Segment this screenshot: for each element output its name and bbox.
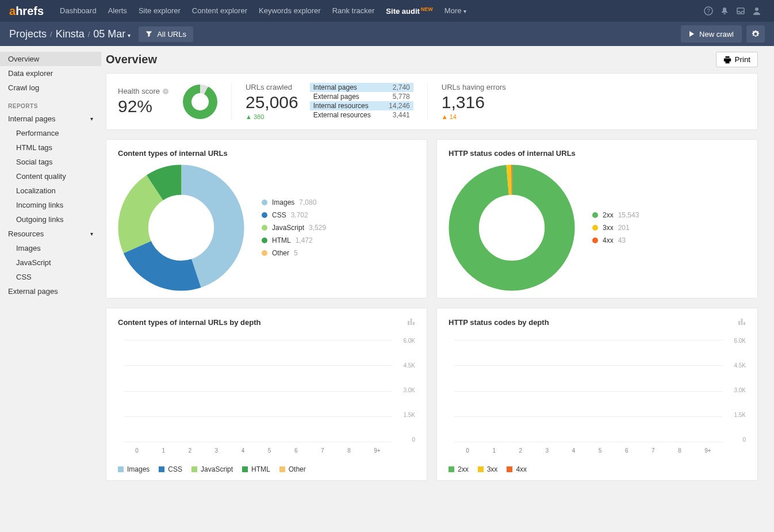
url-filter-button[interactable]: All URLs xyxy=(139,26,193,42)
legend-item[interactable]: 3xx201 xyxy=(592,224,639,232)
legend-item[interactable]: HTML xyxy=(242,465,270,473)
urls-crawled-delta: ▲ 380 xyxy=(246,113,298,120)
urls-crawled-value: 25,006 xyxy=(246,93,298,112)
svg-point-3 xyxy=(755,7,758,11)
health-score-label: Health score ? xyxy=(118,87,169,95)
sidebar-item-javascript[interactable]: JavaScript xyxy=(0,255,101,270)
sidebar-item-external-pages[interactable]: External pages xyxy=(0,284,101,298)
legend-item[interactable]: 2xx xyxy=(449,465,469,473)
legend-item[interactable]: Images xyxy=(118,465,150,473)
errors-value: 1,316 xyxy=(442,93,506,112)
status-codes-depth-chart: 01.5K3.0K4.5K6.0K0123456789+ xyxy=(449,334,746,461)
legend-item[interactable]: CSS xyxy=(159,465,182,473)
breadcrumb[interactable]: Projects xyxy=(9,28,47,40)
nav-item-rank-tracker[interactable]: Rank tracker xyxy=(327,6,381,16)
errors-label: URLs having errors xyxy=(442,83,506,91)
breakdown-row[interactable]: Internal pages2,740 xyxy=(310,83,413,92)
svg-rect-14 xyxy=(408,321,409,325)
svg-point-10 xyxy=(133,180,229,276)
sidebar-item-incoming-links[interactable]: Incoming links xyxy=(0,198,101,212)
nav-item-dashboard[interactable]: Dashboard xyxy=(54,6,102,16)
summary-card: Health score ? 92% URLs crawled 25,006 ▲… xyxy=(106,73,758,130)
svg-rect-17 xyxy=(738,321,740,325)
sidebar-item-internal-pages[interactable]: Internal pages▾ xyxy=(0,112,101,126)
breadcrumb-bar: Projects / Kinsta / 05 Mar▾ All URLs New… xyxy=(0,22,774,46)
nav-item-more[interactable]: More▾ xyxy=(439,6,473,16)
svg-point-13 xyxy=(464,180,560,276)
settings-button[interactable] xyxy=(746,25,765,43)
sidebar-item-html-tags[interactable]: HTML tags xyxy=(0,140,101,155)
sidebar-item-data-explorer[interactable]: Data explorer xyxy=(0,66,101,81)
breakdown-row[interactable]: External pages5,778 xyxy=(310,92,413,101)
health-score-value: 92% xyxy=(118,97,169,116)
info-icon: ? xyxy=(162,88,169,95)
legend-item[interactable]: Other xyxy=(279,465,306,473)
status-codes-panel: HTTP status codes of internal URLs 2xx15… xyxy=(436,139,758,298)
svg-rect-18 xyxy=(741,319,743,325)
breadcrumb[interactable]: Kinsta xyxy=(56,28,85,40)
svg-text:?: ? xyxy=(707,8,710,14)
content-types-depth-panel: Content types of internal URLs by depth … xyxy=(106,308,427,481)
svg-rect-16 xyxy=(413,322,415,325)
logo[interactable]: ahrefs xyxy=(9,5,44,18)
errors-delta: ▲ 14 xyxy=(442,113,506,120)
sidebar-item-crawl-log[interactable]: Crawl log xyxy=(0,81,101,95)
url-breakdown: Internal pages2,740External pages5,778In… xyxy=(310,83,413,120)
svg-rect-19 xyxy=(744,322,745,325)
sidebar: OverviewData explorerCrawl logREPORTSInt… xyxy=(0,46,101,498)
urls-crawled-label: URLs crawled xyxy=(246,83,298,91)
bell-icon[interactable] xyxy=(716,3,733,19)
legend-item[interactable]: Images7,080 xyxy=(262,198,326,206)
help-icon[interactable]: ? xyxy=(700,3,716,19)
sidebar-item-resources[interactable]: Resources▾ xyxy=(0,227,101,241)
svg-rect-15 xyxy=(411,319,412,325)
legend-item[interactable]: Other5 xyxy=(262,249,326,257)
user-icon[interactable] xyxy=(749,3,765,19)
sidebar-item-images[interactable]: Images xyxy=(0,241,101,255)
content-types-donut xyxy=(118,164,244,291)
sidebar-item-css[interactable]: CSS xyxy=(0,270,101,284)
content-types-panel: Content types of internal URLs Images7,0… xyxy=(106,139,427,298)
legend-item[interactable]: 2xx15,543 xyxy=(592,211,639,219)
sidebar-item-social-tags[interactable]: Social tags xyxy=(0,155,101,169)
chart-toggle-icon[interactable] xyxy=(407,317,415,327)
print-button[interactable]: Print xyxy=(716,52,758,67)
new-crawl-button[interactable]: New crawl xyxy=(681,25,742,43)
legend-item[interactable]: CSS3,702 xyxy=(262,211,326,219)
legend-item[interactable]: 4xx43 xyxy=(592,236,639,244)
health-donut xyxy=(183,85,217,119)
sidebar-item-performance[interactable]: Performance xyxy=(0,126,101,140)
navbar: ahrefs DashboardAlertsSite explorerConte… xyxy=(0,0,774,22)
breakdown-row[interactable]: Internal resources14,246 xyxy=(310,101,413,110)
legend-item[interactable]: JavaScript xyxy=(191,465,233,473)
legend-item[interactable]: 3xx xyxy=(478,465,498,473)
inbox-icon[interactable] xyxy=(733,3,749,19)
svg-text:?: ? xyxy=(164,89,167,94)
content-types-depth-chart: 01.5K3.0K4.5K6.0K0123456789+ xyxy=(118,334,415,461)
nav-item-keywords-explorer[interactable]: Keywords explorer xyxy=(253,6,327,16)
chart-toggle-icon[interactable] xyxy=(738,317,746,327)
sidebar-item-localization[interactable]: Localization xyxy=(0,183,101,198)
print-icon xyxy=(723,56,731,64)
legend-item[interactable]: 4xx xyxy=(507,465,527,473)
nav-item-alerts[interactable]: Alerts xyxy=(102,6,133,16)
nav-item-content-explorer[interactable]: Content explorer xyxy=(186,6,253,16)
nav-item-site-audit[interactable]: Site auditNEW xyxy=(380,6,439,16)
status-codes-donut xyxy=(449,164,575,291)
page-title: Overview xyxy=(106,53,157,66)
filter-icon xyxy=(145,30,152,37)
gear-icon xyxy=(752,30,760,38)
legend-item[interactable]: HTML1,472 xyxy=(262,236,326,244)
breakdown-row[interactable]: External resources3,441 xyxy=(310,110,413,120)
date-selector[interactable]: 05 Mar▾ xyxy=(93,28,131,40)
sidebar-item-overview[interactable]: Overview xyxy=(0,52,101,66)
sidebar-item-content-quality[interactable]: Content quality xyxy=(0,169,101,183)
nav-item-site-explorer[interactable]: Site explorer xyxy=(133,6,186,16)
legend-item[interactable]: JavaScript3,529 xyxy=(262,224,326,232)
play-icon xyxy=(689,31,695,37)
sidebar-item-outgoing-links[interactable]: Outgoing links xyxy=(0,212,101,227)
status-codes-depth-panel: HTTP status codes by depth 01.5K3.0K4.5K… xyxy=(436,308,758,481)
sidebar-section-reports: REPORTS xyxy=(0,95,101,112)
